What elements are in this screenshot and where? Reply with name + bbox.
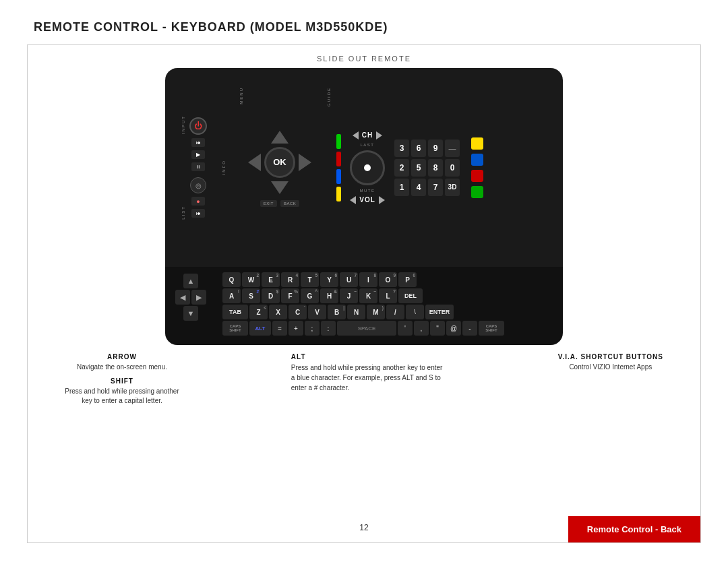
key-backslash[interactable]: \ — [406, 305, 424, 319]
key-x[interactable]: X — [269, 305, 287, 319]
key-d[interactable]: D$ — [262, 288, 280, 303]
alt-label-group: ALT Press and hold while pressing anothe… — [291, 353, 446, 393]
info-label: INFO — [211, 160, 226, 175]
key-o[interactable]: O9 — [379, 272, 397, 287]
num-8-button[interactable]: 8 — [428, 159, 443, 177]
key-alt[interactable]: ALT — [249, 321, 271, 336]
num-7-button[interactable]: 7 — [428, 179, 443, 196]
key-slash[interactable]: / — [386, 305, 404, 319]
key-r[interactable]: R4 — [281, 272, 299, 287]
ok-button[interactable]: OK — [264, 147, 295, 178]
key-t[interactable]: T5 — [301, 272, 319, 287]
key-h[interactable]: H& — [320, 288, 338, 303]
labels-section: ARROW Navigate the on-screen menu. SHIFT… — [28, 345, 700, 406]
3d-button[interactable]: 3D — [445, 179, 460, 196]
bottom-btns: EXIT BACK — [260, 200, 300, 207]
key-colon[interactable]: : — [321, 321, 336, 336]
num-0-button[interactable]: 0 — [445, 159, 460, 177]
record-button[interactable]: ● — [191, 197, 205, 206]
kb-up-button[interactable]: ▲ — [183, 274, 198, 288]
key-f[interactable]: F% — [281, 288, 299, 303]
dpad-left-button[interactable] — [248, 154, 261, 171]
key-q[interactable]: Q — [222, 272, 241, 287]
pause-button[interactable]: ⏸ — [191, 162, 205, 171]
key-b[interactable]: B| — [328, 305, 346, 319]
big-circle-button[interactable] — [350, 150, 385, 185]
num-9-button[interactable]: 9 — [428, 139, 443, 157]
key-plus[interactable]: + — [289, 321, 303, 336]
key-c[interactable]: Cˉ — [289, 305, 307, 319]
num-4-button[interactable]: 4 — [411, 179, 426, 196]
vol-up-button[interactable] — [379, 196, 385, 204]
key-g[interactable]: G^ — [301, 288, 319, 303]
dpad-up-button[interactable] — [271, 131, 289, 144]
key-k[interactable]: K~ — [359, 288, 377, 303]
remote-control-back-button[interactable]: Remote Control - Back — [568, 516, 700, 542]
vizio-button[interactable]: ◎ — [190, 177, 206, 193]
mute-label: MUTE — [360, 189, 375, 193]
kb-right-button[interactable]: ▶ — [191, 290, 206, 305]
blue-bar — [336, 169, 341, 184]
keyboard-section: ▲ ◀ ▶ ▼ Q W2 E3 — [165, 267, 563, 345]
key-equals[interactable]: = — [272, 321, 287, 336]
key-j[interactable]: J~ — [340, 288, 358, 303]
exit-button[interactable]: EXIT — [260, 200, 277, 207]
skip-fwd-button[interactable]: ⏭ — [191, 209, 205, 218]
key-tab[interactable]: TAB — [222, 305, 248, 319]
key-comma[interactable]: , — [414, 321, 429, 336]
ch-left-button[interactable] — [353, 131, 359, 139]
num-2-button[interactable]: 2 — [394, 159, 409, 177]
alt-label-title: ALT — [291, 353, 306, 361]
key-l[interactable]: L? — [379, 288, 397, 303]
key-p[interactable]: P0 — [398, 272, 417, 287]
via-green-button[interactable] — [471, 186, 483, 198]
skip-back-button[interactable]: ⏮ — [191, 138, 205, 147]
key-y[interactable]: Y6 — [320, 272, 338, 287]
kb-left-button[interactable]: ◀ — [175, 290, 190, 305]
kb-down-button[interactable]: ▼ — [183, 306, 198, 321]
dpad-down-button[interactable] — [271, 181, 289, 194]
via-blue-button[interactable] — [471, 154, 483, 166]
via-red-button[interactable] — [471, 170, 483, 182]
guide-col: GUIDE — [316, 80, 331, 255]
key-i[interactable]: I8 — [359, 272, 377, 287]
dash-button[interactable]: — — [445, 139, 460, 157]
key-quote[interactable]: " — [430, 321, 445, 336]
dpad-section: OK EXIT BACK — [246, 129, 313, 207]
key-enter[interactable]: ENTER — [425, 305, 454, 319]
key-u[interactable]: U7 — [340, 272, 358, 287]
num-3-button[interactable]: 3 — [394, 139, 409, 157]
left-controls: ⏻ ⏮ ▶ ⏸ ◎ ● ⏭ — [188, 117, 208, 218]
key-caps-shift-left[interactable]: CAPS SHIFT — [222, 321, 248, 336]
num-5-button[interactable]: 5 — [411, 159, 426, 177]
power-button[interactable]: ⏻ — [189, 117, 207, 135]
key-at[interactable]: @ — [446, 321, 461, 336]
vert-labels-3: MENU — [229, 80, 243, 255]
key-del[interactable]: DEL — [398, 288, 423, 303]
key-w[interactable]: W2 — [242, 272, 260, 287]
list-label: LIST — [171, 206, 185, 220]
dpad-right-button[interactable] — [299, 154, 311, 171]
key-space[interactable]: SPACE — [337, 321, 396, 336]
page-title: REMOTE CONTROL - KEYBOARD (MODEL M3D550K… — [34, 20, 701, 34]
key-apostrophe[interactable]: ' — [398, 321, 413, 336]
via-yellow-button[interactable] — [471, 137, 483, 150]
key-m[interactable]: M) — [367, 305, 385, 319]
key-semicolon[interactable]: ; — [305, 321, 320, 336]
ch-right-button[interactable] — [376, 131, 382, 139]
key-z[interactable]: Z< — [249, 305, 268, 319]
play-button[interactable]: ▶ — [191, 150, 205, 159]
back-button[interactable]: BACK — [280, 200, 299, 207]
key-v[interactable]: V — [308, 305, 326, 319]
key-caps-shift-right[interactable]: CAPS SHIFT — [479, 321, 504, 336]
yellow-bar — [336, 187, 341, 201]
num-1-button[interactable]: 1 — [394, 179, 409, 196]
vol-down-button[interactable] — [350, 196, 356, 204]
key-n[interactable]: N — [347, 305, 365, 319]
key-a[interactable]: A! — [222, 288, 241, 303]
num-6-button[interactable]: 6 — [411, 139, 426, 157]
key-minus[interactable]: - — [462, 321, 477, 336]
vert-labels-2: INFO — [211, 80, 226, 255]
key-e[interactable]: E3 — [262, 272, 280, 287]
key-s[interactable]: S# — [242, 288, 260, 303]
